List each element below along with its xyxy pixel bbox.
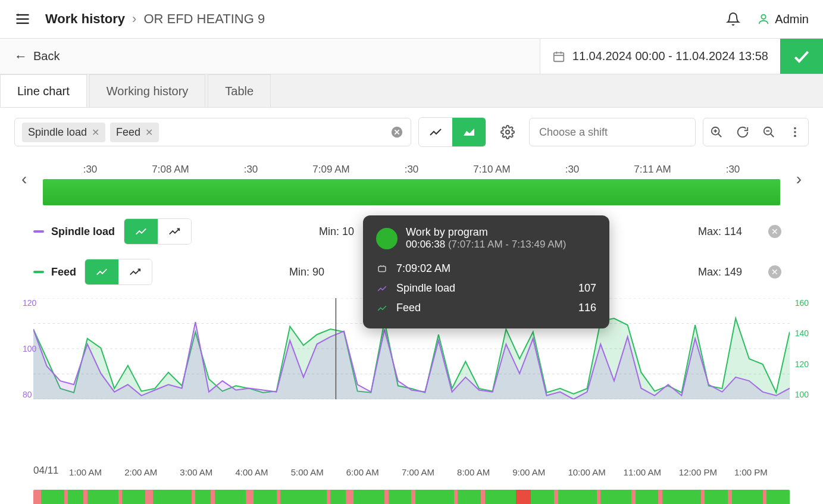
menu-toggle-icon[interactable] bbox=[14, 11, 31, 27]
filter-tag-label: Spindle load bbox=[28, 126, 87, 139]
overview-timeline[interactable]: 04/11 1:00 AM2:00 AM3:00 AM4:00 AM5:00 A… bbox=[33, 465, 790, 504]
overview-segment bbox=[254, 490, 277, 504]
overview-segment bbox=[346, 490, 353, 504]
svg-point-11 bbox=[506, 130, 509, 134]
confirm-date-button[interactable] bbox=[780, 39, 823, 74]
series-area-mode[interactable] bbox=[85, 259, 118, 284]
line-chart-option[interactable] bbox=[419, 118, 452, 146]
user-menu[interactable]: Admin bbox=[757, 12, 809, 26]
tab-line-chart[interactable]: Line chart bbox=[0, 74, 87, 107]
overview-tick: 12:00 PM bbox=[679, 467, 734, 477]
area-mode-icon bbox=[95, 265, 108, 278]
overview-segment bbox=[145, 490, 153, 504]
tab-table[interactable]: Table bbox=[208, 74, 271, 107]
chart-settings-button[interactable] bbox=[493, 118, 522, 146]
top-header: Work history › OR EFD HEATING 9 Admin bbox=[0, 0, 823, 39]
more-options-button[interactable] bbox=[782, 118, 808, 146]
overview-tick: 1:00 AM bbox=[69, 467, 124, 477]
remove-series-button[interactable]: ✕ bbox=[768, 225, 781, 238]
chevron-right-icon: › bbox=[132, 11, 136, 27]
timeline-next-button[interactable]: › bbox=[796, 170, 802, 189]
zoom-in-icon bbox=[710, 126, 723, 139]
series-filter-input[interactable]: Spindle load ✕ Feed ✕ bbox=[14, 118, 411, 146]
timeline-tick: :30 bbox=[211, 164, 291, 176]
clock-icon bbox=[376, 264, 388, 274]
overview-segment bbox=[330, 490, 346, 504]
chart-type-toggle bbox=[418, 117, 486, 147]
overview-tick: 10:00 AM bbox=[568, 467, 623, 477]
series-max-label: Max: 114 bbox=[698, 226, 742, 238]
timeline-prev-button[interactable]: ‹ bbox=[21, 170, 27, 189]
overview-tick: 1:00 PM bbox=[734, 467, 790, 477]
gear-icon bbox=[500, 125, 515, 139]
remove-tag-icon[interactable]: ✕ bbox=[145, 127, 153, 138]
overview-segment bbox=[122, 490, 145, 504]
overview-ticks: 1:00 AM2:00 AM3:00 AM4:00 AM5:00 AM6:00 … bbox=[69, 467, 790, 477]
user-icon bbox=[757, 12, 770, 26]
timeline-ticks: :307:08 AM:307:09 AM:307:10 AM:307:11 AM… bbox=[33, 164, 790, 176]
tooltip-series-label: Spindle load bbox=[396, 282, 570, 295]
back-label: Back bbox=[33, 49, 60, 63]
zoom-reset-button[interactable] bbox=[730, 118, 756, 146]
y-axis-right: 160140120100 bbox=[795, 298, 809, 399]
breadcrumb-root[interactable]: Work history bbox=[45, 11, 125, 27]
tooltip-series-label: Feed bbox=[396, 302, 570, 314]
line-chart-icon bbox=[428, 125, 443, 139]
tooltip-series-value: 107 bbox=[578, 282, 596, 295]
zoom-out-icon bbox=[762, 126, 775, 139]
timeline-tick: 7:11 AM bbox=[612, 164, 693, 176]
zoom-controls bbox=[703, 118, 809, 146]
legend-swatch bbox=[33, 271, 44, 273]
series-area-mode[interactable] bbox=[124, 219, 158, 244]
status-dot-icon bbox=[376, 228, 398, 249]
overview-segment bbox=[485, 490, 516, 504]
controls-row: Spindle load ✕ Feed ✕ bbox=[0, 108, 823, 156]
series-line-mode[interactable] bbox=[118, 259, 152, 284]
overview-status-bar[interactable] bbox=[33, 490, 790, 504]
timeline-tick: 7:10 AM bbox=[452, 164, 532, 176]
y-axis-left: 12010080 bbox=[23, 298, 36, 399]
overview-segment bbox=[389, 490, 412, 504]
toolbar-row: ← Back 11.04.2024 00:00 - 11.04.2024 13:… bbox=[0, 39, 823, 74]
overview-tick: 8:00 AM bbox=[457, 467, 512, 477]
calendar-icon bbox=[552, 50, 565, 63]
series-min-label: Min: 10 bbox=[319, 226, 354, 238]
date-range-picker[interactable]: 11.04.2024 00:00 - 11.04.2024 13:58 bbox=[540, 39, 780, 74]
legend-swatch bbox=[33, 230, 44, 233]
overview-tick: 3:00 AM bbox=[180, 467, 235, 477]
chart-tooltip: Work by program 00:06:38 (7:07:11 AM - 7… bbox=[363, 215, 609, 328]
zoom-out-button[interactable] bbox=[756, 118, 782, 146]
remove-tag-icon[interactable]: ✕ bbox=[92, 127, 99, 138]
notifications-icon[interactable] bbox=[726, 12, 740, 26]
remove-series-button[interactable]: ✕ bbox=[768, 265, 781, 278]
filter-tag: Spindle load ✕ bbox=[22, 123, 105, 142]
overview-segment bbox=[195, 490, 211, 504]
series-min-label: Min: 90 bbox=[289, 266, 324, 278]
series-line-mode[interactable] bbox=[158, 219, 191, 244]
series-name-label: Spindle load bbox=[51, 226, 117, 238]
back-button[interactable]: ← Back bbox=[0, 39, 74, 74]
overview-segment bbox=[516, 490, 531, 504]
series-mode-toggle bbox=[124, 218, 192, 245]
overview-segment bbox=[636, 490, 659, 504]
shift-select[interactable] bbox=[529, 118, 696, 146]
svg-line-17 bbox=[771, 134, 774, 137]
svg-point-21 bbox=[794, 135, 796, 137]
timeline-tick: :30 bbox=[371, 164, 452, 176]
overview-segment bbox=[531, 490, 554, 504]
overview-segment bbox=[558, 490, 597, 504]
overview-segment bbox=[600, 490, 631, 504]
zoom-in-button[interactable] bbox=[703, 118, 730, 146]
clear-all-tags-icon[interactable] bbox=[390, 126, 403, 139]
overview-segment bbox=[766, 490, 790, 504]
tab-working-history[interactable]: Working history bbox=[89, 74, 205, 107]
status-bar[interactable] bbox=[43, 179, 780, 205]
timeline-tick: 7:09 AM bbox=[291, 164, 371, 176]
tooltip-series-value: 116 bbox=[578, 302, 596, 314]
overview-tick: 4:00 AM bbox=[235, 467, 290, 477]
overview-segment bbox=[246, 490, 254, 504]
overview-tick: 7:00 AM bbox=[402, 467, 457, 477]
user-name: Admin bbox=[775, 12, 809, 26]
svg-point-3 bbox=[762, 15, 766, 19]
area-chart-option[interactable] bbox=[452, 118, 486, 146]
